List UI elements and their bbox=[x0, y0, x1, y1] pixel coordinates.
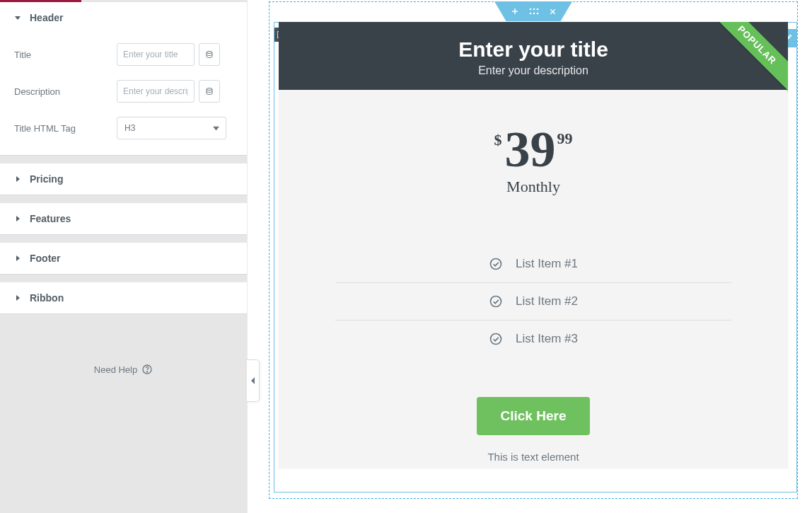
section-ribbon-toggle[interactable]: Ribbon bbox=[0, 282, 247, 313]
svg-marker-4 bbox=[16, 176, 20, 182]
svg-point-15 bbox=[536, 8, 538, 11]
add-section-button[interactable] bbox=[511, 7, 519, 16]
feature-label: List Item #1 bbox=[516, 257, 578, 271]
sidebar-collapse-handle[interactable] bbox=[247, 359, 260, 402]
svg-point-2 bbox=[207, 88, 212, 91]
dynamic-tags-button[interactable] bbox=[199, 43, 220, 66]
feature-item: List Item #3 bbox=[335, 321, 731, 357]
cta-button[interactable]: Click Here bbox=[477, 397, 591, 435]
section-title: Header bbox=[30, 12, 63, 23]
control-description: Description bbox=[0, 73, 247, 110]
section-features: Features bbox=[0, 203, 247, 235]
svg-point-18 bbox=[536, 13, 538, 15]
section-title: Ribbon bbox=[30, 292, 64, 304]
card-header: Enter your title Enter your description bbox=[279, 22, 788, 90]
caret-right-icon bbox=[14, 215, 21, 222]
editor-canvas: POPULAR Enter your title Enter your desc… bbox=[248, 0, 812, 513]
check-circle-icon bbox=[489, 294, 503, 309]
card-footer: Click Here This is text element bbox=[279, 364, 788, 468]
svg-point-23 bbox=[491, 259, 501, 270]
feature-item: List Item #1 bbox=[335, 246, 731, 283]
section-pricing: Pricing bbox=[0, 163, 247, 195]
section-header: Header Title Description bbox=[0, 2, 247, 156]
caret-right-icon bbox=[14, 255, 21, 262]
feature-label: List Item #3 bbox=[516, 332, 578, 346]
canvas-section[interactable]: POPULAR Enter your title Enter your desc… bbox=[269, 1, 798, 499]
svg-marker-0 bbox=[15, 16, 21, 20]
section-header-body: Title Description bbox=[0, 33, 247, 155]
svg-marker-5 bbox=[16, 216, 20, 221]
control-html-tag: Title HTML Tag H3 bbox=[0, 110, 247, 146]
section-toolbar bbox=[494, 1, 572, 21]
delete-section-button[interactable] bbox=[549, 8, 557, 16]
html-tag-select[interactable]: H3 bbox=[117, 117, 226, 139]
help-label: Need Help bbox=[94, 364, 137, 375]
price-amount: 39 bbox=[505, 124, 556, 175]
svg-point-25 bbox=[491, 334, 501, 345]
help-icon bbox=[141, 364, 153, 375]
card-description: Enter your description bbox=[286, 64, 781, 77]
feature-label: List Item #2 bbox=[516, 294, 578, 309]
help-area: Need Help bbox=[0, 314, 247, 513]
price-period: Monthly bbox=[286, 178, 781, 196]
section-pricing-toggle[interactable]: Pricing bbox=[0, 163, 247, 195]
label-title: Title bbox=[14, 50, 117, 60]
price-block: $ 39 99 Monthly bbox=[279, 90, 788, 203]
pricing-table-widget[interactable]: POPULAR Enter your title Enter your desc… bbox=[279, 22, 788, 468]
caret-right-icon bbox=[14, 175, 21, 183]
label-html-tag: Title HTML Tag bbox=[14, 123, 117, 134]
check-circle-icon bbox=[489, 332, 503, 346]
editor-sidebar: Header Title Description bbox=[0, 0, 248, 513]
control-title: Title bbox=[0, 36, 247, 73]
svg-point-14 bbox=[533, 8, 535, 11]
section-footer-toggle[interactable]: Footer bbox=[0, 243, 247, 274]
svg-marker-10 bbox=[251, 377, 255, 384]
section-footer: Footer bbox=[0, 243, 247, 275]
section-features-toggle[interactable]: Features bbox=[0, 203, 247, 234]
caret-right-icon bbox=[14, 294, 21, 301]
feature-item: List Item #2 bbox=[335, 283, 731, 321]
svg-point-17 bbox=[533, 13, 535, 15]
check-circle-icon bbox=[489, 257, 503, 271]
svg-marker-7 bbox=[16, 295, 20, 301]
svg-point-9 bbox=[147, 371, 148, 372]
footer-text: This is text element bbox=[286, 451, 781, 463]
price-cents: 99 bbox=[557, 129, 573, 148]
svg-point-1 bbox=[207, 52, 212, 54]
card-title: Enter your title bbox=[286, 38, 781, 62]
description-input[interactable] bbox=[117, 80, 195, 103]
currency-symbol: $ bbox=[494, 131, 502, 149]
dynamic-tags-button[interactable] bbox=[199, 80, 220, 103]
features-list: List Item #1 List Item #2 List Item #3 bbox=[279, 203, 788, 364]
section-title: Features bbox=[30, 213, 71, 224]
need-help-link[interactable]: Need Help bbox=[94, 364, 153, 375]
svg-marker-6 bbox=[16, 255, 20, 261]
label-description: Description bbox=[14, 86, 117, 97]
svg-point-24 bbox=[491, 296, 501, 307]
section-title: Footer bbox=[30, 253, 61, 264]
caret-down-icon bbox=[14, 14, 21, 21]
svg-point-13 bbox=[529, 8, 531, 11]
drag-handle-icon[interactable] bbox=[529, 8, 539, 15]
title-input[interactable] bbox=[117, 43, 195, 66]
section-ribbon: Ribbon bbox=[0, 282, 247, 314]
svg-point-16 bbox=[529, 13, 531, 15]
section-title: Pricing bbox=[30, 173, 63, 185]
section-header-toggle[interactable]: Header bbox=[0, 2, 247, 33]
